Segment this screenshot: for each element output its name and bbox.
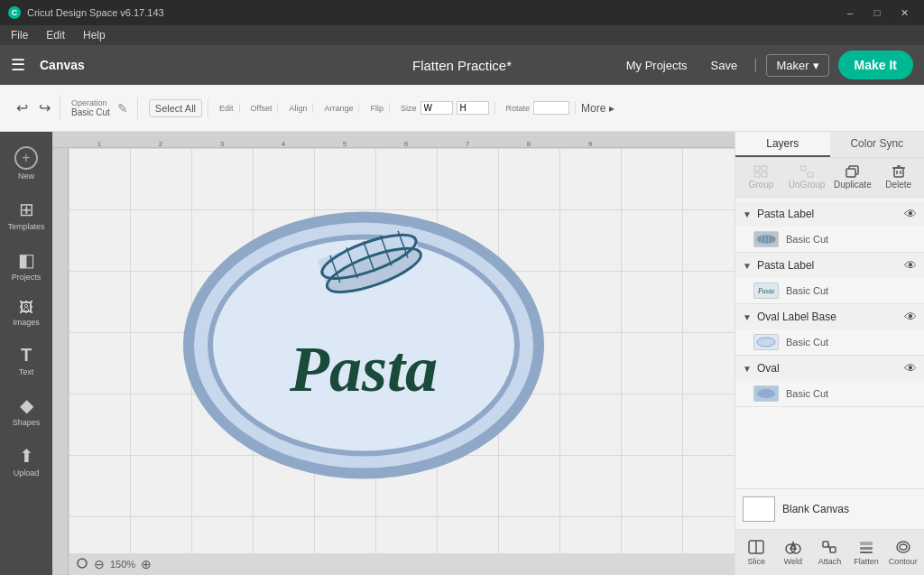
contour-icon — [894, 539, 912, 555]
tab-color-sync[interactable]: Color Sync — [830, 132, 925, 157]
flatten-icon — [857, 539, 875, 555]
layer-item-oval-base[interactable]: Basic Cut — [735, 329, 924, 355]
layer-eye-icon-2[interactable]: 👁 — [904, 258, 917, 273]
minimize-button[interactable]: – — [837, 4, 863, 22]
rotate-input[interactable] — [533, 101, 569, 115]
my-projects-button[interactable]: My Projects — [619, 55, 695, 76]
svg-point-49 — [900, 544, 907, 550]
layer-header-oval-base[interactable]: ▼ Oval Label Base 👁 — [735, 304, 924, 329]
menu-help[interactable]: Help — [79, 29, 109, 42]
arrange-group: Arrange — [319, 104, 359, 113]
layer-header-pasta-label-1[interactable]: ▼ Pasta Label 👁 — [735, 201, 924, 227]
svg-rect-43 — [830, 547, 836, 552]
svg-rect-22 — [808, 172, 813, 177]
size-w-input[interactable] — [420, 101, 453, 115]
redo-icon: ↪ — [39, 99, 51, 116]
svg-text:Pasta: Pasta — [289, 332, 438, 404]
zoom-fit-button[interactable] — [76, 557, 88, 572]
sidebar-item-projects[interactable]: ◧ Projects — [4, 242, 49, 289]
duplicate-button[interactable]: Duplicate — [831, 162, 875, 193]
layer-eye-icon-4[interactable]: 👁 — [904, 361, 917, 376]
offset-label: Offset — [251, 104, 273, 113]
panel-tabs: Layers Color Sync — [735, 132, 924, 158]
maximize-button[interactable]: □ — [864, 4, 890, 22]
zoom-increase-button[interactable]: ⊕ — [141, 557, 152, 571]
main-layout: + New ⊞ Templates ◧ Projects 🖼 Images T … — [0, 132, 924, 575]
ruler-mark-1: 1 — [69, 140, 130, 148]
delete-icon — [892, 165, 905, 178]
svg-rect-24 — [846, 169, 855, 177]
align-group: Align — [283, 104, 313, 113]
select-all-group: Select All — [143, 99, 208, 117]
layer-cut-label-pasta-shape: Basic Cut — [786, 234, 828, 245]
layer-eye-icon-3[interactable]: 👁 — [904, 310, 917, 324]
pencil-button[interactable]: ✎ — [114, 97, 132, 119]
size-h-input[interactable] — [457, 101, 489, 115]
tab-layers[interactable]: Layers — [735, 132, 830, 157]
undo-redo-group: ↩ ↪ — [7, 96, 60, 120]
panel-actions: Group UnGroup Duplicate — [735, 158, 924, 198]
layer-item-pasta-text[interactable]: Pasta Basic Cut — [735, 278, 924, 303]
zoom-decrease-button[interactable]: ⊖ — [94, 557, 105, 571]
layer-group-pasta-label-1: ▼ Pasta Label 👁 — [735, 201, 924, 253]
toolbar: ↩ ↪ Operation Basic Cut ✎ Select All Edi… — [0, 85, 924, 132]
ungroup-label: UnGroup — [789, 180, 826, 190]
hamburger-menu[interactable]: ☰ — [11, 55, 25, 75]
svg-rect-25 — [894, 168, 903, 177]
layer-name-oval: Oval — [757, 362, 899, 375]
sidebar-item-new[interactable]: + New — [4, 139, 49, 188]
undo-button[interactable]: ↩ — [13, 96, 32, 120]
flatten-button[interactable]: Flatten — [849, 533, 884, 571]
svg-rect-17 — [754, 166, 760, 171]
app-title: Cricut Design Space v6.17.143 — [27, 7, 837, 18]
flip-group: Flip — [365, 104, 390, 113]
make-it-button[interactable]: Make It — [838, 51, 913, 79]
contour-label: Contour — [889, 557, 918, 566]
layer-item-pasta-shape[interactable]: Basic Cut — [735, 227, 924, 252]
group-button[interactable]: Group — [739, 162, 783, 193]
sidebar-item-upload[interactable]: ⬆ Upload — [4, 438, 49, 485]
save-button[interactable]: Save — [704, 55, 745, 76]
canvas-area[interactable]: 1 2 3 4 5 6 7 8 9 — [52, 132, 735, 575]
layer-header-pasta-label-2[interactable]: ▼ Pasta Label 👁 — [735, 253, 924, 278]
sidebar-item-text[interactable]: T Text — [4, 338, 49, 384]
menu-file[interactable]: File — [7, 29, 32, 42]
operation-label: Operation — [71, 98, 110, 107]
ungroup-button[interactable]: UnGroup — [785, 162, 829, 193]
attach-label: Attach — [818, 557, 842, 566]
select-all-label: Select All — [155, 103, 196, 114]
menu-edit[interactable]: Edit — [42, 29, 69, 42]
maker-chevron-icon: ▾ — [813, 59, 819, 72]
svg-rect-47 — [860, 552, 873, 553]
blank-canvas-row: Blank Canvas — [735, 488, 924, 529]
layer-name-pasta-label-1: Pasta Label — [757, 208, 899, 220]
sidebar-item-templates[interactable]: ⊞ Templates — [4, 191, 49, 238]
duplicate-icon — [845, 165, 860, 178]
select-all-button[interactable]: Select All — [149, 99, 202, 117]
more-button[interactable]: More ▸ — [581, 102, 614, 115]
svg-text:C: C — [12, 8, 18, 17]
ruler-mark-3: 3 — [191, 140, 253, 148]
maker-button[interactable]: Maker ▾ — [766, 54, 828, 77]
project-title: Flatten Practice* — [412, 58, 512, 73]
maker-label: Maker — [776, 59, 808, 72]
attach-button[interactable]: Attach — [812, 533, 847, 571]
redo-button[interactable]: ↪ — [35, 96, 54, 120]
contour-button[interactable]: Contour — [885, 533, 920, 571]
slice-button[interactable]: Slice — [739, 533, 774, 571]
edit-group: Edit — [214, 104, 240, 113]
close-button[interactable]: ✕ — [892, 4, 917, 22]
sidebar-item-shapes[interactable]: ◆ Shapes — [4, 387, 49, 434]
canvas-grid[interactable]: Pasta — [69, 148, 735, 553]
left-sidebar: + New ⊞ Templates ◧ Projects 🖼 Images T … — [0, 132, 52, 575]
layer-eye-icon-1[interactable]: 👁 — [904, 207, 917, 221]
weld-button[interactable]: Weld — [776, 533, 811, 571]
layer-header-oval[interactable]: ▼ Oval 👁 — [735, 356, 924, 381]
group-icon — [753, 165, 768, 178]
layer-thumb-oval — [753, 385, 779, 402]
edit-label: Edit — [219, 104, 234, 113]
delete-button[interactable]: Delete — [876, 162, 920, 193]
operation-display: Operation Basic Cut — [71, 98, 110, 117]
layer-item-oval[interactable]: Basic Cut — [735, 381, 924, 406]
sidebar-item-images[interactable]: 🖼 Images — [4, 292, 49, 334]
